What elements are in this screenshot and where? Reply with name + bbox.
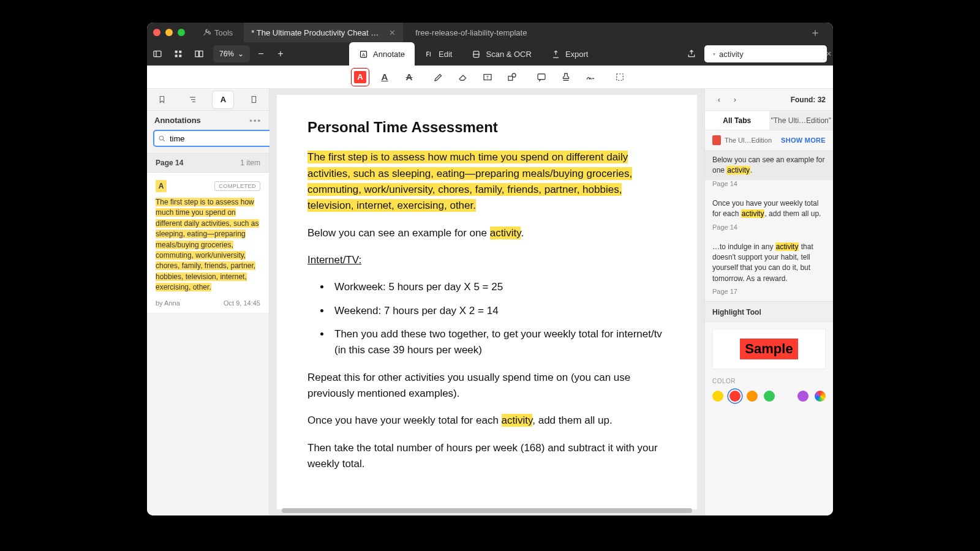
search-result-page: Page 14 bbox=[705, 223, 833, 237]
underline-icon: A bbox=[382, 72, 388, 82]
close-icon[interactable]: ✕ bbox=[389, 28, 396, 37]
new-tab-button[interactable]: ＋ bbox=[804, 25, 827, 40]
toggle-sidebar-button[interactable] bbox=[147, 45, 168, 63]
signature-tool[interactable] bbox=[581, 68, 600, 86]
shapes-tool[interactable] bbox=[503, 68, 521, 86]
color-purple[interactable] bbox=[797, 391, 809, 402]
annotation-excerpt: The first step is to assess how much tim… bbox=[156, 197, 260, 293]
mode-edit[interactable]: Edit bbox=[415, 42, 462, 66]
share-button[interactable] bbox=[682, 45, 701, 63]
strikethrough-icon: A bbox=[406, 72, 413, 82]
annotation-meta: by Anna Oct 9, 14:45 bbox=[156, 299, 260, 307]
annotations-search[interactable]: ✕ bbox=[153, 130, 287, 147]
next-result-button[interactable]: › bbox=[728, 93, 742, 107]
global-search-input[interactable] bbox=[719, 50, 822, 59]
zoom-out-button[interactable]: − bbox=[252, 45, 270, 62]
window-zoom-button[interactable] bbox=[178, 29, 185, 36]
window-minimize-button[interactable] bbox=[165, 29, 173, 36]
results-tab-all[interactable]: All Tabs bbox=[705, 111, 769, 130]
thumbnails-button[interactable] bbox=[168, 45, 189, 63]
sidebar-tab-annotations[interactable]: A bbox=[213, 91, 233, 108]
search-result[interactable]: Once you have your weekly total for each… bbox=[705, 193, 833, 223]
doc-tab-active[interactable]: * The Ultimate Productivity Cheat Sheet … bbox=[244, 23, 403, 42]
svg-rect-2 bbox=[175, 51, 178, 53]
sidebar-tab-pages[interactable] bbox=[243, 91, 264, 108]
window-close-button[interactable] bbox=[153, 29, 160, 36]
list-item: Workweek: 5 hours per day X 5 = 25 bbox=[331, 279, 666, 295]
results-tab-doc[interactable]: "The Ulti…Edition" bbox=[769, 111, 834, 130]
annotations-search-input[interactable] bbox=[170, 134, 273, 143]
svg-rect-17 bbox=[508, 76, 513, 80]
signature-icon bbox=[585, 72, 596, 83]
color-yellow[interactable] bbox=[712, 391, 723, 402]
strikethrough-tool[interactable]: A bbox=[400, 68, 418, 86]
sidebar-page-label: Page 14 bbox=[156, 159, 183, 167]
svg-rect-5 bbox=[179, 54, 181, 57]
annotations-icon: A bbox=[221, 95, 226, 104]
svg-rect-3 bbox=[179, 51, 181, 53]
mode-export[interactable]: Export bbox=[541, 42, 598, 66]
mode-scan[interactable]: Scan & OCR bbox=[462, 42, 541, 66]
stamp-icon bbox=[560, 72, 571, 83]
edit-icon bbox=[424, 50, 434, 59]
clear-search-button[interactable]: ✕ bbox=[826, 50, 832, 58]
search-hit: activity bbox=[502, 414, 533, 427]
body-text: Below you can see an example for one act… bbox=[307, 225, 666, 241]
color-red[interactable] bbox=[729, 391, 741, 402]
sample-text: Sample bbox=[740, 339, 797, 359]
doc-tab[interactable]: free-release-of-liability-template bbox=[408, 23, 534, 42]
pen-tool[interactable] bbox=[429, 68, 448, 86]
split-view-button[interactable] bbox=[189, 45, 209, 63]
body-text: Then take the total number of hours per … bbox=[307, 440, 666, 473]
sidebar-tab-outline[interactable] bbox=[183, 91, 203, 108]
tools-menu[interactable]: Tools bbox=[196, 28, 239, 37]
mode-label: Scan & OCR bbox=[486, 50, 531, 59]
search-result[interactable]: …to indulge in any activity that doesn't… bbox=[705, 237, 833, 288]
sidebar-tabs: A bbox=[147, 89, 269, 111]
color-green[interactable] bbox=[764, 391, 775, 402]
search-result[interactable]: Below you can see an example for one act… bbox=[705, 150, 833, 180]
textbox-tool[interactable]: T bbox=[478, 68, 497, 86]
zoom-select[interactable]: 76% ⌄ bbox=[213, 45, 250, 62]
sidebar-heading: Annotations bbox=[154, 116, 201, 125]
global-search[interactable]: ▾ ✕ bbox=[704, 45, 827, 62]
titlebar: Tools * The Ultimate Productivity Cheat … bbox=[147, 23, 833, 42]
underline-tool[interactable]: A bbox=[375, 68, 394, 86]
results-count: Found: 32 bbox=[791, 96, 826, 104]
annotation-card[interactable]: A COMPLETED The first step is to assess … bbox=[147, 173, 269, 313]
sidebar-tab-bookmarks[interactable] bbox=[152, 91, 173, 108]
svg-rect-0 bbox=[154, 51, 161, 56]
body-text: Repeat this for other activities you usu… bbox=[307, 370, 666, 402]
outline-icon bbox=[188, 95, 197, 104]
note-tool[interactable] bbox=[532, 68, 551, 86]
horizontal-scrollbar[interactable] bbox=[282, 508, 692, 513]
color-custom[interactable] bbox=[815, 391, 826, 402]
search-result-page: Page 17 bbox=[705, 288, 833, 301]
prev-result-button[interactable]: ‹ bbox=[712, 93, 726, 107]
mode-label: Annotate bbox=[373, 50, 405, 59]
note-icon bbox=[536, 72, 547, 83]
results-doc-header: The Ul…Edition SHOW MORE bbox=[705, 130, 833, 150]
stamp-tool[interactable] bbox=[557, 68, 575, 86]
pen-icon bbox=[433, 72, 444, 83]
svg-point-22 bbox=[159, 136, 164, 140]
highlighted-paragraph: The first step is to assess how much tim… bbox=[307, 151, 632, 212]
mode-annotate[interactable]: A Annotate bbox=[349, 42, 415, 66]
sidebar-more-button[interactable]: ••• bbox=[249, 116, 262, 125]
select-area-tool[interactable] bbox=[611, 68, 629, 86]
color-label: COLOR bbox=[705, 378, 833, 384]
list-item: Then you add these two together, to get … bbox=[331, 326, 666, 359]
highlight-tool[interactable]: A bbox=[351, 68, 369, 86]
eraser-tool[interactable] bbox=[454, 68, 472, 86]
sidebar-page-count: 1 item bbox=[240, 159, 260, 167]
color-orange[interactable] bbox=[747, 391, 758, 402]
svg-rect-6 bbox=[195, 51, 198, 56]
select-icon bbox=[614, 72, 625, 83]
share-icon bbox=[687, 49, 696, 59]
zoom-in-button[interactable]: + bbox=[272, 45, 289, 62]
show-more-button[interactable]: SHOW MORE bbox=[781, 137, 826, 144]
doc-tab-title: free-release-of-liability-template bbox=[415, 28, 527, 37]
bookmark-icon bbox=[157, 95, 167, 104]
svg-rect-19 bbox=[538, 73, 545, 79]
document-viewport[interactable]: Personal Time Assessment The first step … bbox=[270, 89, 704, 515]
